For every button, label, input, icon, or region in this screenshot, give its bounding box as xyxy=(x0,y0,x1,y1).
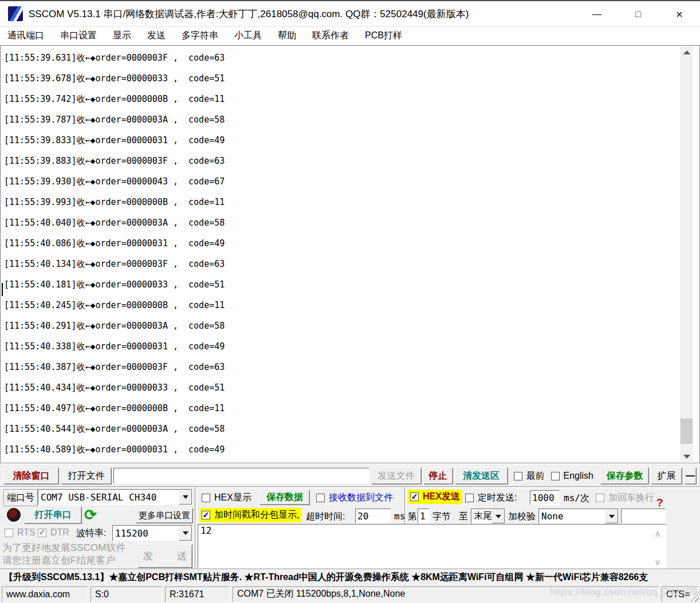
checkbox-icon xyxy=(551,472,560,480)
timed-send-checkbox[interactable]: 定时发送: xyxy=(465,492,517,504)
byte-from-input[interactable] xyxy=(418,509,430,523)
open-file-button[interactable]: 打开文件 xyxy=(61,467,112,484)
close-button[interactable]: ✕ xyxy=(659,2,700,26)
receive-terminal[interactable]: [11:55:39.631]收←◆order=0000003F , code=6… xyxy=(0,45,700,463)
text-caret xyxy=(2,283,3,296)
received-counter: R:31671 xyxy=(165,586,230,602)
checkbox-icon xyxy=(410,492,419,501)
timeout-input[interactable] xyxy=(355,509,391,523)
checkbox-icon xyxy=(38,529,46,537)
english-checkbox[interactable]: English xyxy=(551,471,593,481)
window-title: SSCOM V5.13.1 串口/网络数据调试器,作者:大虾丁丁,2618058… xyxy=(29,7,469,21)
port-select-value: COM7 USB-SERIAL CH340 xyxy=(38,490,179,505)
menu-item[interactable]: 通讯端口 xyxy=(7,30,44,42)
byte-from-label: 第 xyxy=(408,511,417,523)
port-select[interactable]: COM7 USB-SERIAL CH340 xyxy=(38,489,192,505)
send-file-button[interactable]: 发送文件 xyxy=(371,467,422,484)
receive-to-file-checkbox[interactable]: 接收数据到文件 xyxy=(316,492,393,504)
baud-select[interactable]: 115200 xyxy=(112,525,192,541)
website-link[interactable]: www.daxia.com xyxy=(2,586,88,602)
port-label: 端口号 xyxy=(3,489,38,506)
terminal-line: [11:55:40.338]收←◆order=00000031 , code=4… xyxy=(4,336,677,357)
more-serial-settings-button[interactable]: 更多串口设置 xyxy=(136,508,193,523)
save-data-button[interactable]: 保存数据 xyxy=(259,490,310,505)
clear-window-button[interactable]: 清除窗口 xyxy=(3,467,59,484)
timestamp-split-checkbox[interactable]: 加时间戳和分包显示, xyxy=(199,508,301,522)
hex-send-checkbox[interactable]: HEX发送 xyxy=(408,490,462,504)
minimize-button[interactable]: — xyxy=(576,2,618,26)
menu-item[interactable]: 多字符串 xyxy=(182,30,218,42)
dtr-checkbox[interactable]: DTR xyxy=(38,527,69,538)
checksum-select[interactable]: None xyxy=(538,509,619,524)
checkbox-label: English xyxy=(564,471,593,481)
menu-item[interactable]: PCB打样 xyxy=(365,30,402,42)
chevron-down-icon[interactable] xyxy=(491,509,505,523)
terminal-line: [11:55:39.930]收←◆order=00000043 , code=6… xyxy=(4,171,677,192)
clear-send-area-button[interactable]: 清发送区 xyxy=(455,467,508,484)
menu-item[interactable]: 联系作者 xyxy=(312,30,349,42)
terminal-line: [11:55:40.434]收←◆order=00000033 , code=5… xyxy=(4,377,677,398)
checkbox-icon xyxy=(596,494,604,502)
hex-display-checkbox[interactable]: HEX显示 xyxy=(202,492,251,504)
checkbox-label: 最前 xyxy=(526,470,545,482)
scroll-down-icon[interactable] xyxy=(680,451,693,462)
checkbox-icon xyxy=(316,494,325,502)
menu-item[interactable]: 显示 xyxy=(113,30,131,42)
open-port-button[interactable]: 打开串口 xyxy=(24,506,82,524)
topmost-checkbox[interactable]: 最前 xyxy=(514,470,545,482)
terminal-line: [11:55:40.291]收←◆order=0000003A , code=5… xyxy=(4,316,677,336)
terminal-line: [11:55:39.993]收←◆order=0000000B , code=1… xyxy=(4,192,677,212)
scroll-down-icon[interactable]: ∨ xyxy=(653,557,662,567)
send-interval-input[interactable] xyxy=(530,490,560,505)
port-led-indicator xyxy=(7,508,21,522)
menu-item[interactable]: 小工具 xyxy=(234,30,262,42)
sent-counter: S:0 xyxy=(91,586,162,602)
terminal-line: [11:55:40.040]收←◆order=0000003A , code=5… xyxy=(4,212,677,233)
terminal-line: [11:55:40.086]收←◆order=00000031 , code=4… xyxy=(4,233,677,254)
collapse-button[interactable]: — xyxy=(684,467,697,484)
menu-item[interactable]: 发送 xyxy=(147,30,166,42)
checkbox-label: HEX发送 xyxy=(423,491,460,503)
to-select-value: 末尾 xyxy=(471,509,491,523)
checksum-label: 加校验 xyxy=(508,511,536,523)
checkbox-icon xyxy=(202,494,210,502)
scrollbar-thumb[interactable] xyxy=(681,419,693,444)
terminal-line: [11:55:39.883]收←◆order=0000003F , code=6… xyxy=(4,151,677,171)
to-select[interactable]: 末尾 xyxy=(471,509,505,524)
terminal-scrollbar[interactable] xyxy=(680,46,693,462)
file-path-input[interactable] xyxy=(113,468,369,484)
menu-item[interactable]: 帮助 xyxy=(278,30,296,42)
checkbox-label: 定时发送: xyxy=(478,492,517,504)
checkbox-label: DTR xyxy=(50,527,69,538)
top-button-row: 清除窗口 打开文件 发送文件 停止 清发送区 最前 English 保存参数 扩… xyxy=(3,467,697,485)
rts-checkbox[interactable]: RTS xyxy=(5,527,36,538)
terminal-line: [11:55:40.497]收←◆order=0000000B , code=1… xyxy=(4,398,677,419)
promo-banner[interactable]: 【升级到SSCOM5.13.1】★嘉立创PCB打样SMT贴片服务. ★RT-Th… xyxy=(0,569,700,585)
control-panel: 清除窗口 打开文件 发送文件 停止 清发送区 最前 English 保存参数 扩… xyxy=(0,464,700,569)
checkbox-label: RTS xyxy=(17,527,36,538)
checksum-extra-field[interactable] xyxy=(621,509,666,524)
chevron-down-icon[interactable] xyxy=(605,509,618,523)
timeout-label: 超时时间: xyxy=(306,511,345,523)
status-bar: www.daxia.com S:0 R:31671 COM7 已关闭 11520… xyxy=(0,585,700,603)
menu-item[interactable]: 串口设置 xyxy=(60,30,97,42)
checkbox-icon xyxy=(202,511,210,519)
chevron-down-icon[interactable] xyxy=(179,526,192,541)
help-icon[interactable]: ? xyxy=(656,496,663,509)
scroll-up-icon[interactable] xyxy=(680,46,693,58)
extend-button[interactable]: 扩展 xyxy=(651,467,682,484)
send-data-input[interactable]: 12 xyxy=(198,524,666,568)
checkbox-label: 接收数据到文件 xyxy=(329,492,393,504)
save-params-button[interactable]: 保存参数 xyxy=(600,467,649,484)
checkbox-icon xyxy=(5,529,13,537)
chevron-down-icon[interactable] xyxy=(179,490,192,505)
maximize-button[interactable]: □ xyxy=(618,2,659,26)
title-bar: SSCOM V5.13.1 串口/网络数据调试器,作者:大虾丁丁,2618058… xyxy=(0,0,700,26)
add-crlf-checkbox[interactable]: 加回车换行 xyxy=(596,492,654,504)
checksum-select-value: None xyxy=(539,509,605,523)
send-button[interactable]: 发 送 xyxy=(137,544,192,568)
scroll-up-icon[interactable]: ∧ xyxy=(653,529,662,539)
baud-select-value: 115200 xyxy=(113,526,179,541)
stop-button[interactable]: 停止 xyxy=(423,467,453,484)
refresh-ports-icon[interactable]: ⟳ xyxy=(84,508,97,522)
